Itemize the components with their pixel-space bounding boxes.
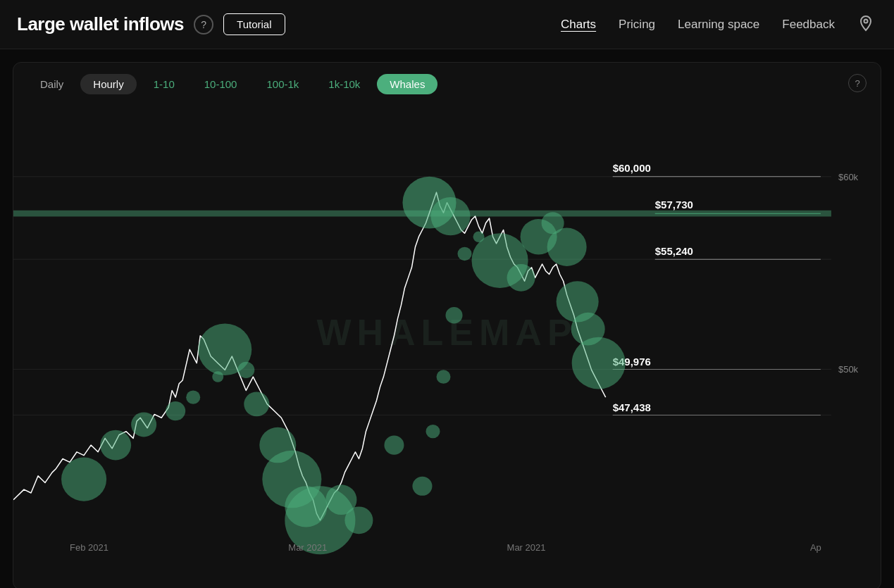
svg-point-0 [864,19,868,23]
svg-point-34 [412,477,432,496]
svg-text:$60,000: $60,000 [613,163,651,174]
svg-point-33 [384,435,404,454]
header-left: Large wallet inflows ? Tutorial [17,13,561,35]
filter-whales[interactable]: Whales [377,74,437,94]
svg-point-38 [458,247,472,261]
svg-point-19 [100,430,131,461]
header: Large wallet inflows ? Tutorial Charts P… [0,0,894,49]
svg-point-35 [426,425,440,438]
chart-toolbar: Daily Hourly 1-10 10-100 100-1k 1k-10k W… [13,63,881,106]
filter-hourly[interactable]: Hourly [80,74,136,94]
tutorial-button[interactable]: Tutorial [223,13,285,35]
location-icon[interactable] [857,15,877,35]
chart-help-icon[interactable]: ? [848,74,867,92]
svg-text:$55,240: $55,240 [655,246,693,258]
svg-point-26 [244,392,269,416]
nav-pricing[interactable]: Pricing [619,18,655,32]
svg-text:Mar 2021: Mar 2021 [288,543,327,553]
filter-10-100[interactable]: 10-100 [192,74,250,94]
svg-point-46 [547,228,587,266]
svg-point-32 [344,506,373,534]
page-title: Large wallet inflows [17,13,184,35]
svg-point-43 [507,264,535,292]
nav-charts[interactable]: Charts [561,18,596,32]
header-nav: Charts Pricing Learning space Feedback [561,15,877,35]
svg-point-40 [430,197,470,235]
svg-text:Ap: Ap [810,543,821,553]
price-chart-svg: $60k $50k $60,000 $57,730 $55,240 $49,97… [13,104,881,561]
svg-point-22 [186,390,200,404]
nav-feedback[interactable]: Feedback [782,18,835,32]
svg-point-36 [436,370,450,383]
svg-point-21 [166,401,185,420]
svg-point-20 [131,413,156,437]
page-help-icon[interactable]: ? [194,15,213,35]
filter-daily[interactable]: Daily [27,74,76,94]
svg-point-37 [445,307,462,323]
svg-text:Mar 2021: Mar 2021 [507,543,546,553]
svg-text:$60k: $60k [838,172,859,182]
svg-point-18 [61,458,106,501]
svg-point-49 [572,337,626,389]
svg-text:Feb 2021: Feb 2021 [70,543,108,553]
filter-100-1k[interactable]: 100-1k [254,74,311,94]
svg-point-25 [237,362,254,378]
svg-text:$47,438: $47,438 [613,402,651,413]
filter-1k-10k[interactable]: 1k-10k [316,74,373,94]
nav-learning[interactable]: Learning space [678,18,759,32]
svg-text:$50k: $50k [838,364,859,375]
chart-area: WHALEMAP $60k $50k $60,000 $57,730 $55,2… [13,104,881,561]
chart-container: Daily Hourly 1-10 10-100 100-1k 1k-10k W… [13,62,881,588]
svg-text:$57,730: $57,730 [655,200,693,211]
filter-1-10[interactable]: 1-10 [141,74,187,94]
